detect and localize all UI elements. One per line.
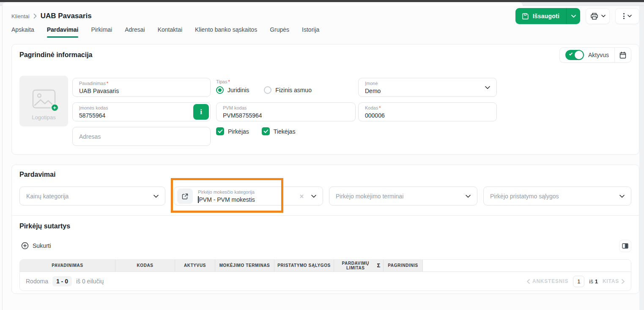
page-title: UAB Pavasaris [41,12,92,20]
circle-plus-icon [21,242,29,250]
total-pages: 1 [595,278,598,285]
tab-kontaktai[interactable]: Kontaktai [158,26,182,38]
chevron-down-icon [619,195,625,198]
text-cursor [198,196,199,203]
tab-pardavimai[interactable]: Pardavimai [47,26,79,38]
previous-page-label: ANKSTESNIS [532,278,568,284]
create-contract-button[interactable]: Sukurti [21,242,51,250]
tab-apskaita[interactable]: Apskaita [11,26,34,38]
chevron-right-icon [622,279,625,284]
company-code-field-value: 58755964 [79,112,105,119]
scrollbar-track[interactable] [639,2,644,310]
radio-juridinis-label[interactable]: Juridinis [227,87,249,93]
company-select[interactable]: Įmonė Demo [358,78,497,97]
required-mark: * [107,81,108,86]
table-footer: Rodoma 1 - 0 iš 0 eilučių ANKSTESNIS 1 [20,272,631,291]
company-code-field[interactable]: Įmonės kodas 58755964 i [72,102,211,121]
buyer-tax-category-value: PVM - PVM mokestis [199,196,255,203]
column-header-filler [423,260,631,272]
previous-page-button[interactable]: ANKSTESNIS [526,278,568,284]
company-code-field-label: Įmonės kodas [79,105,108,110]
name-field-value: UAB Pavasaris [79,88,119,94]
buyer-tax-category-select[interactable]: Pirkėjo mokesčio kategorija PVM - PVM mo… [174,187,323,206]
company-select-label: Įmonė [365,81,378,86]
save-button-label: Išsaugoti [533,13,559,19]
open-tax-category-button[interactable] [177,189,193,204]
column-header-pagrindinis[interactable]: PAGRINDINIS [384,260,423,272]
column-header-pristatymo-salygos[interactable]: PRISTATYMO SĄLYGOS [274,260,334,272]
tab-kliento-banko-saskaitos[interactable]: Kliento banko sąskaitos [195,26,257,38]
vat-code-field[interactable]: PVM kodas PVM58755964 [216,102,356,121]
radio-juridinis[interactable] [216,86,224,94]
tab-istorija[interactable]: Istorija [302,26,319,38]
tab-pirkimai[interactable]: Pirkimai [91,26,112,38]
showing-label: Rodoma [26,278,48,285]
radio-fizinis-asmuo[interactable] [264,86,271,94]
code-field-value: 000006 [365,112,385,119]
tab-adresai[interactable]: Adresai [125,26,145,38]
sum-icon: Σ [377,263,381,269]
chevron-left-icon [526,279,530,284]
checkbox-pirkejas[interactable] [216,127,224,135]
address-field[interactable]: Adresas [72,127,211,146]
rows-summary: Rodoma 1 - 0 iš 0 eilučių [26,276,104,286]
price-category-select[interactable]: Kainų kategorija [19,187,165,206]
clear-selection-icon[interactable]: ✕ [299,193,304,199]
column-header-aktyvus[interactable]: AKTYVUS [175,260,215,272]
code-field-label: Kodas [365,105,378,110]
company-select-value: Demo [365,88,381,94]
column-header-mokejimo-terminas[interactable]: MOKĖJIMO TERMINAS [215,260,274,272]
rows-total-label: iš 0 eilučių [76,278,104,285]
more-actions-button[interactable] [615,8,639,24]
rows-range-badge: 1 - 0 [52,276,72,286]
more-dropdown-chevron-icon [628,15,632,17]
printer-icon [590,13,598,20]
tab-grupes[interactable]: Grupės [270,26,289,38]
breadcrumb-chevron-icon [33,14,37,19]
page-content: Klientai UAB Pavasaris Išsaugoti [11,6,639,294]
history-calendar-button[interactable] [614,48,631,62]
contracts-table: PAVADINIMAS KODAS AKTYVUS MOKĖJIMO TERMI… [19,259,631,291]
checkbox-tiekejas[interactable] [262,127,270,135]
radio-fizinis-asmuo-label[interactable]: Fizinis asmuo [275,87,312,93]
required-mark: * [379,105,381,110]
column-settings-button[interactable] [619,240,631,252]
app-screen: Klientai UAB Pavasaris Išsaugoti [0,0,644,310]
buyer-payment-terms-placeholder: Pirkėjo mokėjimo terminai [336,193,403,200]
save-button[interactable]: Išsaugoti [515,8,580,24]
header-actions: Išsaugoti [515,8,639,24]
checkbox-tiekejas-label[interactable]: Tiekėjas [274,128,296,135]
buyer-delivery-terms-placeholder: Pirkėjo pristatymo sąlygos [490,193,559,200]
buyer-delivery-terms-select[interactable]: Pirkėjo pristatymo sąlygos [483,187,631,206]
window-top-bar [0,0,644,2]
page-number-input[interactable]: 1 [573,276,584,287]
column-header-pavadinimas[interactable]: PAVADINIMAS [20,260,115,272]
logo-upload[interactable]: + Logotipas [19,76,68,126]
checkbox-pirkejas-label[interactable]: Pirkėjas [228,128,249,135]
column-header-pardavimu-limitas[interactable]: PARDAVIMŲ LIMITAS Σ [334,260,384,272]
next-page-button[interactable]: KITAS [603,278,625,284]
breadcrumb-parent-link[interactable]: Klientai [11,13,30,19]
buyer-tax-category-label: Pirkėjo mokesčio kategorija [198,189,255,195]
main-info-card: Pagrindinė informacija Aktyvus [11,44,639,155]
code-field[interactable]: Kodas* 000006 [358,102,497,121]
buyer-payment-terms-select[interactable]: Pirkėjo mokėjimo terminai [329,187,477,206]
price-category-placeholder: Kainų kategorija [26,193,69,200]
print-dropdown-chevron-icon [601,15,606,17]
toggle-switch-icon [565,50,584,60]
role-checkbox-group: Pirkėjas Tiekėjas [216,127,295,135]
company-code-info-button[interactable]: i [193,104,209,120]
column-header-kodas[interactable]: KODAS [115,260,175,272]
calendar-icon [619,52,626,59]
active-toggle[interactable]: Aktyvus [560,50,614,60]
chevron-down-icon [466,195,471,198]
pagination: ANKSTESNIS 1 iš 1 KITAS [526,276,625,287]
active-toggle-label: Aktyvus [588,52,609,58]
logo-label: Logotipas [19,114,68,121]
print-button[interactable] [586,8,610,24]
name-field[interactable]: Pavadinimas* UAB Pavasaris [72,78,211,97]
page-top-band [0,2,644,6]
left-edge-divider [2,6,3,310]
save-dropdown-toggle[interactable] [566,8,580,24]
info-icon: i [200,108,202,116]
